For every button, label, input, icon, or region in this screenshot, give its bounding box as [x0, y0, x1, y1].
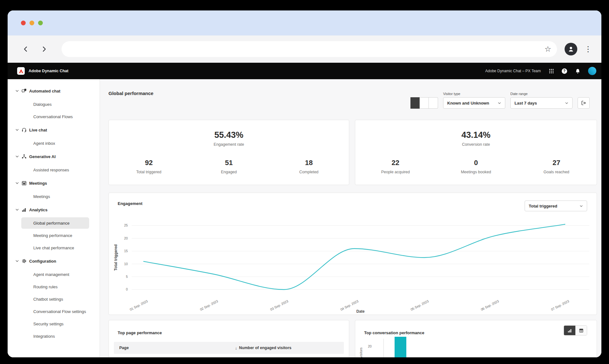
chevron-down-icon[interactable] [15, 181, 19, 185]
browser-menu-icon[interactable]: ⋮ [584, 45, 592, 53]
segment-button-all[interactable] [410, 97, 420, 109]
sidebar-item-meetings[interactable]: Meetings [8, 176, 100, 190]
mini-chart-y-axis-label: visitors [359, 348, 363, 357]
segment-button-dialogues[interactable] [420, 97, 429, 109]
person-icon [567, 46, 574, 53]
bookmark-star-icon[interactable]: ☆ [544, 45, 551, 53]
sidebar-item-label: Analytics [29, 208, 48, 212]
sidebar-item-label: Meetings [29, 181, 47, 186]
back-button[interactable] [20, 44, 31, 54]
user-avatar[interactable] [588, 67, 596, 75]
sidebar-item-label: Live chat [29, 128, 47, 132]
sidebar-item-conversational-flows[interactable]: Conversational Flows [21, 111, 89, 122]
stat-label: People acquired [381, 170, 410, 174]
sidebar-item-security-settings[interactable]: Security settings [21, 318, 89, 329]
svg-text:05 Sep. 2023: 05 Sep. 2023 [410, 299, 429, 311]
zoom-window-button[interactable] [38, 21, 43, 25]
conversion-rate-label: Conversion rate [462, 142, 490, 147]
chart-view-button[interactable] [564, 326, 575, 335]
export-button[interactable] [578, 97, 590, 109]
sidebar-item-label: Security settings [33, 322, 63, 326]
stat-value: 0 [474, 159, 478, 167]
scope-segmented-control [410, 97, 438, 109]
adobe-logo[interactable] [17, 67, 25, 75]
notifications-bell-icon[interactable] [575, 68, 580, 74]
chevron-down-icon[interactable] [15, 128, 19, 132]
top-page-performance-card: Top page performance Page ↓ Number of en… [108, 320, 349, 357]
forward-button[interactable] [39, 44, 49, 54]
section-icon [22, 207, 27, 212]
chevron-down-icon[interactable] [15, 155, 19, 158]
sidebar-item-label: Chatbot settings [33, 297, 63, 302]
svg-text:Date: Date [356, 309, 364, 314]
chevron-down-icon[interactable] [15, 259, 19, 263]
chart-metric-dropdown[interactable]: Total triggered [525, 201, 587, 211]
svg-text:10: 10 [124, 262, 128, 266]
browser-profile-avatar[interactable] [565, 43, 577, 55]
engagement-rate-card: 55.43% Engagement rate 92 Total triggere… [108, 120, 349, 185]
bar-chart-icon [567, 328, 572, 333]
column-header-page[interactable]: Page [114, 346, 235, 350]
sidebar-item-automated-chat[interactable]: Automated chat [8, 84, 100, 98]
sidebar-item-live-chat[interactable]: Live chat [8, 123, 100, 137]
table-icon [579, 328, 584, 333]
stat-value: 18 [305, 159, 313, 167]
conversion-rate-card: 43.14% Conversion rate 22 People acquire… [355, 120, 597, 185]
sidebar-item-label: Configuration [29, 259, 56, 264]
sidebar-item-agent-inbox[interactable]: Agent inbox [21, 137, 89, 149]
sidebar-item-label: Conversational Flows [33, 114, 73, 119]
sidebar-item-live-chat-performance[interactable]: Live chat performance [21, 242, 89, 253]
table-view-button[interactable] [575, 326, 587, 335]
stat-value: 51 [225, 159, 232, 167]
stat-cell-people-acquired: 22 People acquired [355, 159, 436, 174]
sidebar-item-chatbot-settings[interactable]: Chatbot settings [21, 293, 89, 305]
close-window-button[interactable] [21, 21, 26, 25]
svg-text:06 Sep. 2023: 06 Sep. 2023 [480, 299, 500, 311]
sidebar-item-configuration[interactable]: Configuration [8, 254, 100, 268]
chevron-down-icon [580, 204, 583, 208]
help-icon[interactable]: ? [562, 68, 567, 74]
sidebar-item-label: Meeting performance [33, 233, 72, 238]
minimize-window-button[interactable] [29, 21, 34, 25]
sidebar-item-meeting-performance[interactable]: Meeting performance [21, 230, 89, 241]
stat-label: Goals reached [544, 170, 569, 174]
chevron-down-icon[interactable] [15, 89, 19, 93]
desktop-background: ☆ ⋮ Adobe Dynamic Chat Adobe Dynamic Cha… [0, 0, 609, 364]
sidebar-item-integrations[interactable]: Integrations [21, 330, 89, 342]
mini-chart-y-axis-line [383, 339, 384, 357]
svg-text:03 Sep. 2023: 03 Sep. 2023 [270, 299, 289, 311]
segment-button-conversational-flows[interactable] [429, 97, 438, 109]
stat-cell-engaged: 51 Engaged [189, 159, 269, 174]
sidebar-item-meetings[interactable]: Meetings [21, 191, 89, 202]
sidebar-item-global-performance[interactable]: Global performance [21, 217, 89, 229]
mini-bar [395, 337, 406, 357]
svg-text:Total triggered: Total triggered [114, 244, 118, 271]
svg-text:15: 15 [124, 249, 128, 253]
sidebar-item-agent-management[interactable]: Agent management [21, 269, 89, 280]
browser-window: ☆ ⋮ Adobe Dynamic Chat Adobe Dynamic Cha… [8, 10, 601, 357]
stat-value: 27 [553, 159, 560, 167]
date-range-dropdown[interactable]: Last 7 days [510, 97, 573, 109]
sidebar-item-generative-ai[interactable]: Generative AI [8, 150, 100, 163]
chevron-down-icon[interactable] [15, 208, 19, 212]
sidebar-item-assisted-responses[interactable]: Assisted responses [21, 164, 89, 176]
stat-label: Total triggered [136, 170, 161, 174]
column-header-visitors[interactable]: ↓ Number of engaged visitors [235, 346, 291, 350]
apps-grid-icon[interactable] [548, 68, 554, 74]
address-bar[interactable]: ☆ [62, 41, 557, 57]
sidebar-item-conversational-flow-settings[interactable]: Conversational Flow settings [21, 306, 89, 317]
browser-toolbar: ☆ ⋮ [8, 35, 601, 63]
sidebar-item-dialogues[interactable]: Dialogues [21, 99, 89, 110]
sidebar-item-routing-rules[interactable]: Routing rules [21, 281, 89, 292]
sidebar-item-analytics[interactable]: Analytics [8, 203, 100, 216]
forward-arrow-icon [41, 46, 47, 52]
svg-text:01 Sep. 2023: 01 Sep. 2023 [129, 299, 148, 311]
sidebar-item-label: Live chat performance [33, 246, 74, 250]
account-switcher[interactable]: Adobe Dynamic Chat – PX Team [485, 69, 541, 73]
back-arrow-icon [23, 46, 29, 52]
stat-cell-total-triggered: 92 Total triggered [109, 159, 189, 174]
visitor-type-dropdown[interactable]: Known and Unknown [443, 97, 505, 109]
date-range-label: Date range [510, 92, 573, 96]
stat-value: 22 [392, 159, 399, 167]
stat-label: Completed [299, 170, 318, 174]
